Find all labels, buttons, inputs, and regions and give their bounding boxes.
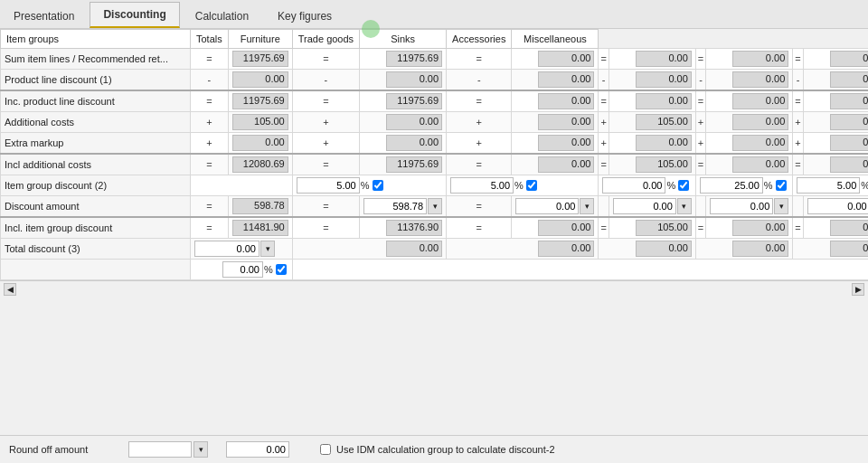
- furniture-val-0: 11975.69: [360, 49, 447, 70]
- totals-igd: [191, 175, 293, 196]
- acc-val-8: 0.00: [706, 217, 793, 239]
- furniture-val-5: 11975.69: [360, 154, 447, 175]
- table-row: Incl. item group discount = 11481.90 = 1…: [1, 217, 869, 239]
- round-off-select-input[interactable]: [128, 441, 192, 458]
- row-label-em: Extra markup: [1, 133, 191, 155]
- acc-da-dropdown[interactable]: ▾: [774, 198, 788, 214]
- trade-da-dd: ▾: [512, 196, 599, 218]
- totals-td-input[interactable]: [194, 241, 259, 257]
- totals-pct-input[interactable]: [222, 261, 263, 278]
- trade-da-input[interactable]: [515, 198, 579, 214]
- misc-op-3: +: [793, 112, 803, 133]
- acc-pct-input[interactable]: [700, 177, 763, 194]
- trade-op-5: =: [447, 154, 512, 175]
- table-row: Inc. product line discount = 11975.69 = …: [1, 90, 869, 112]
- pct-sign-acc: %: [764, 180, 773, 191]
- idm-label: Use IDM calculation group to calculate d…: [336, 444, 555, 455]
- sinks-op-4: +: [599, 133, 609, 155]
- misc-da-input[interactable]: [807, 198, 868, 214]
- furniture-op-1: -: [292, 70, 359, 91]
- sinks-val-3: 105.00: [609, 112, 695, 133]
- trade-da-op: =: [447, 196, 512, 218]
- trade-op-1: -: [447, 70, 512, 91]
- totals-op-0: =: [191, 49, 229, 70]
- misc-op-5: =: [793, 154, 803, 175]
- trade-val-8: 0.00: [512, 217, 599, 239]
- sinks-da-input[interactable]: [613, 198, 676, 214]
- sinks-val-0: 0.00: [609, 49, 695, 70]
- totals-val-3: 105.00: [228, 112, 292, 133]
- tab-key-figures[interactable]: Key figures: [264, 4, 345, 28]
- round-off-value-input[interactable]: [226, 441, 289, 458]
- row-label-ipld: Inc. product line discount: [1, 90, 191, 112]
- furniture-pct-input[interactable]: [297, 177, 360, 194]
- sinks-op-5: =: [599, 154, 609, 175]
- col-header-furniture: Furniture: [228, 30, 292, 49]
- trade-val-1: 0.00: [512, 70, 599, 91]
- trade-val-4: 0.00: [512, 133, 599, 155]
- misc-val-4: 0.00: [803, 133, 868, 155]
- row-label-da: Discount amount: [1, 196, 191, 218]
- misc-pct-input[interactable]: [797, 177, 860, 194]
- sinks-da-dropdown[interactable]: ▾: [677, 198, 692, 214]
- furniture-op-5: =: [292, 154, 359, 175]
- furniture-da-input[interactable]: [363, 198, 427, 214]
- acc-op-1: -: [695, 70, 705, 91]
- trade-pct-input[interactable]: [450, 177, 514, 194]
- acc-val-0: 0.00: [706, 49, 793, 70]
- empty-row-cells: [292, 260, 868, 280]
- totals-td-cell: ▾: [191, 239, 293, 260]
- misc-op-1: -: [793, 70, 803, 91]
- totals-op-8: =: [191, 217, 229, 239]
- totals-op-3: +: [191, 112, 229, 133]
- furniture-op-4: +: [292, 133, 359, 155]
- totals-td-dropdown[interactable]: ▾: [260, 241, 275, 257]
- sinks-pct-checkbox[interactable]: [678, 180, 689, 191]
- acc-pct-checkbox[interactable]: [776, 180, 787, 191]
- sinks-op-0: =: [599, 49, 609, 70]
- sinks-pct-input[interactable]: [602, 177, 665, 194]
- totals-op-1: -: [191, 70, 229, 91]
- furniture-pct-checkbox[interactable]: [373, 180, 383, 191]
- tab-presentation[interactable]: Presentation: [0, 4, 88, 28]
- acc-val-4: 0.00: [706, 133, 793, 155]
- discounting-table: Item groups Totals Furniture Trade goods…: [0, 29, 868, 280]
- sinks-op-3: +: [599, 112, 609, 133]
- idm-checkbox[interactable]: [320, 444, 331, 455]
- acc-da-input[interactable]: [710, 198, 773, 214]
- pct-sign-trade: %: [514, 180, 524, 191]
- trade-pct-checkbox[interactable]: [526, 180, 537, 191]
- furniture-val-4: 0.00: [360, 133, 447, 155]
- scroll-left-arrow[interactable]: ◀: [4, 283, 16, 296]
- col-header-misc: Miscellaneous: [512, 30, 599, 49]
- main-window: Presentation Discounting Calculation Key…: [0, 0, 868, 463]
- pct-sign-totals: %: [264, 264, 273, 275]
- acc-op-8: =: [695, 217, 705, 239]
- totals-val-4: 0.00: [228, 133, 292, 155]
- sinks-td-val: 0.00: [599, 239, 695, 260]
- tab-calculation[interactable]: Calculation: [182, 4, 262, 28]
- row-label-empty: [1, 260, 191, 280]
- misc-da-op: [793, 196, 803, 218]
- tab-discounting[interactable]: Discounting: [90, 2, 179, 28]
- misc-val-5: 0.00: [803, 154, 868, 175]
- furniture-da-dd: ▾: [360, 196, 447, 218]
- misc-op-8: =: [793, 217, 803, 239]
- table-row: Sum item lines / Recommended ret... = 11…: [1, 49, 869, 70]
- sinks-val-1: 0.00: [609, 70, 695, 91]
- row-label-sum: Sum item lines / Recommended ret...: [1, 49, 191, 70]
- totals-pct-checkbox[interactable]: [276, 264, 287, 275]
- totals-val-2: 11975.69: [228, 90, 292, 112]
- scroll-right-arrow[interactable]: ▶: [852, 283, 864, 296]
- table-header-row: Item groups Totals Furniture Trade goods…: [1, 30, 869, 49]
- round-off-dropdown[interactable]: ▾: [193, 441, 208, 458]
- sinks-op-1: -: [599, 70, 609, 91]
- trade-da-dropdown[interactable]: ▾: [580, 198, 594, 214]
- totals-val-0: 11975.69: [228, 49, 292, 70]
- acc-val-1: 0.00: [706, 70, 793, 91]
- acc-op-2: =: [695, 90, 705, 112]
- totals-op-2: =: [191, 90, 229, 112]
- furniture-td-val: 0.00: [292, 239, 446, 260]
- furniture-da-dropdown[interactable]: ▾: [428, 198, 442, 214]
- trade-val-5: 0.00: [512, 154, 599, 175]
